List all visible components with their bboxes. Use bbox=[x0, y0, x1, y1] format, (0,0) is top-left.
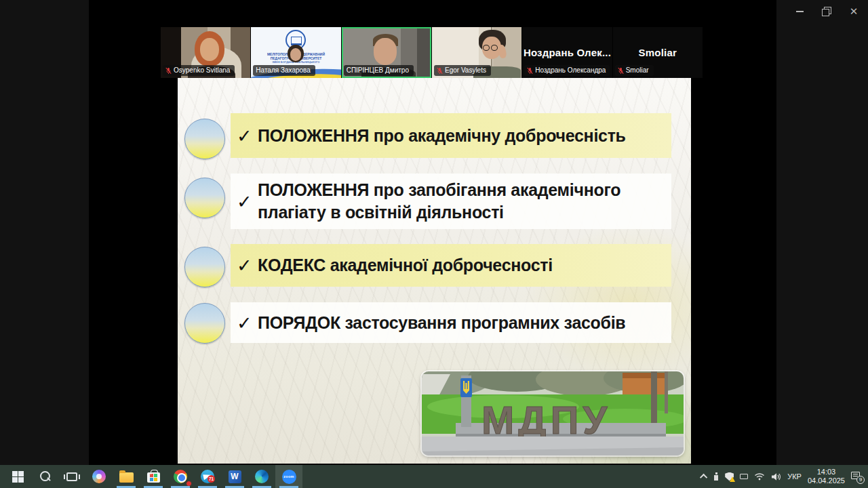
windows-taskbar: 71 W zoom УКР 14:03 04.04.2025 9 bbox=[0, 465, 868, 488]
zoom-icon: zoom bbox=[282, 470, 296, 484]
search-button[interactable] bbox=[31, 465, 58, 488]
restore-icon[interactable] bbox=[821, 5, 833, 18]
language-indicator[interactable]: УКР bbox=[787, 472, 802, 481]
participant-name: Smoliar bbox=[626, 66, 649, 75]
slide-item-text: КОДЕКС академічної доброчесності bbox=[258, 256, 553, 275]
time: 14:03 bbox=[808, 468, 845, 476]
participant-name: Osypenko Svitlana bbox=[174, 66, 230, 75]
participant-tile-osypenko[interactable]: Osypenko Svitlana bbox=[161, 27, 251, 78]
monument-photo-graphic: МДПУ bbox=[422, 371, 684, 455]
copilot-icon bbox=[92, 470, 106, 483]
flag-bullet-icon bbox=[184, 178, 225, 218]
slide-item-2: ✓ ПОЛОЖЕННЯ про запобігання академічного… bbox=[231, 174, 671, 229]
participant-name: Egor Vasylets bbox=[445, 66, 486, 75]
monument-letters: МДПУ bbox=[481, 398, 611, 442]
slide-item-text: ПОЛОЖЕННЯ про академічну доброчесність bbox=[258, 126, 626, 146]
checkmark-icon: ✓ bbox=[231, 312, 258, 333]
participant-tile-vasylets[interactable]: Egor Vasylets bbox=[432, 27, 522, 78]
clock[interactable]: 14:03 04.04.2025 bbox=[808, 468, 845, 485]
person-face bbox=[374, 38, 397, 65]
flag-bullet-icon bbox=[184, 303, 225, 344]
participant-tile-zakharova[interactable]: МЕЛІТОПОЛЬСЬКИЙ ДЕРЖАВНИЙ ПЕДАГОГІЧНИЙ У… bbox=[251, 27, 341, 78]
telegram-badge: 71 bbox=[208, 475, 215, 483]
taskbar-apps: 71 W zoom bbox=[0, 465, 302, 488]
telegram-button[interactable]: 71 bbox=[194, 465, 221, 488]
campus-monument-photo: МДПУ bbox=[422, 371, 684, 455]
participant-name: СПІРІНЦЕВ Дмитро bbox=[347, 66, 409, 75]
edge-button[interactable] bbox=[248, 465, 275, 488]
task-view-icon bbox=[66, 472, 77, 481]
slide-item-1: ✓ ПОЛОЖЕННЯ про академічну доброчесність bbox=[231, 113, 671, 158]
name-badge: СПІРІНЦЕВ Дмитро bbox=[344, 65, 414, 76]
notification-center-button[interactable]: 9 bbox=[851, 472, 863, 482]
muted-mic-icon bbox=[618, 67, 624, 75]
file-explorer-button[interactable] bbox=[113, 465, 140, 488]
shared-presentation-slide: ✓ ПОЛОЖЕННЯ про академічну доброчесність… bbox=[178, 78, 691, 464]
participant-name: Наталя Захарова bbox=[256, 66, 311, 75]
chrome-icon bbox=[174, 470, 187, 483]
start-button[interactable] bbox=[4, 465, 31, 488]
search-icon bbox=[39, 470, 51, 483]
checkmark-icon: ✓ bbox=[231, 125, 258, 146]
participant-tile-spirintsev-active-speaker[interactable]: СПІРІНЦЕВ Дмитро bbox=[342, 27, 432, 78]
slide-item-4: ✓ ПОРЯДОК застосування програмних засобі… bbox=[231, 302, 671, 343]
windows-logo-icon bbox=[12, 471, 24, 483]
zoom-button[interactable]: zoom bbox=[275, 465, 302, 488]
slide-item-3: ✓ КОДЕКС академічної доброчесності bbox=[231, 244, 671, 287]
checkmark-icon: ✓ bbox=[231, 255, 258, 276]
edge-icon bbox=[255, 470, 269, 483]
chrome-button[interactable] bbox=[167, 465, 194, 488]
copilot-button[interactable] bbox=[85, 465, 113, 488]
notification-count-badge: 9 bbox=[856, 476, 865, 484]
muted-mic-icon bbox=[437, 67, 443, 75]
name-badge: Наталя Захарова bbox=[253, 65, 315, 76]
task-view-button[interactable] bbox=[58, 465, 85, 488]
folder-icon bbox=[119, 472, 134, 483]
person-face bbox=[290, 48, 301, 61]
person-face bbox=[200, 38, 219, 61]
volume-icon[interactable] bbox=[771, 472, 781, 481]
muted-mic-icon bbox=[527, 67, 533, 75]
chrome-notification-dot bbox=[186, 481, 192, 487]
participant-tile-smoliar[interactable]: Smoliar Smoliar bbox=[613, 27, 703, 78]
muted-mic-icon bbox=[165, 67, 172, 75]
hardware-device-icon[interactable] bbox=[740, 474, 748, 479]
date: 04.04.2025 bbox=[808, 476, 845, 485]
tray-expand-chevron-icon[interactable] bbox=[700, 474, 707, 481]
window-controls: ✕ bbox=[793, 5, 860, 18]
slide-item-text: ПОРЯДОК застосування програмних засобів bbox=[258, 313, 625, 333]
name-badge: Ноздрань Олександра bbox=[524, 65, 610, 76]
word-icon: W bbox=[229, 470, 241, 483]
desktop-screen: ✕ Osypenko Svitlana МЕЛІТОПОЛЬСЬКИЙ ДЕРЖ… bbox=[0, 0, 868, 488]
participant-name: Ноздрань Олександра bbox=[535, 66, 606, 75]
flag-bullet-icon bbox=[184, 247, 225, 287]
checkmark-icon: ✓ bbox=[231, 191, 258, 212]
minimize-icon[interactable] bbox=[793, 5, 806, 18]
word-button[interactable]: W bbox=[221, 465, 248, 488]
store-bag-icon bbox=[147, 472, 160, 483]
name-badge: Osypenko Svitlana bbox=[163, 65, 235, 76]
slide-item-text: ПОЛОЖЕННЯ про запобігання академічного п… bbox=[258, 180, 620, 222]
flag-bullet-icon bbox=[184, 119, 225, 159]
participant-tile-nozdran[interactable]: Ноздрань Олек... Ноздрань Олександра bbox=[522, 27, 612, 78]
usb-device-icon[interactable] bbox=[713, 472, 719, 481]
participants-strip: Osypenko Svitlana МЕЛІТОПОЛЬСЬКИЙ ДЕРЖАВ… bbox=[161, 27, 703, 78]
system-tray: УКР 14:03 04.04.2025 9 bbox=[702, 465, 868, 488]
microsoft-store-button[interactable] bbox=[140, 465, 167, 488]
telegram-icon: 71 bbox=[201, 470, 214, 483]
name-badge: Egor Vasylets bbox=[434, 65, 491, 76]
security-shield-warning-icon[interactable] bbox=[725, 472, 734, 481]
name-badge: Smoliar bbox=[615, 65, 654, 76]
person-hand bbox=[497, 44, 507, 59]
wifi-icon[interactable] bbox=[754, 472, 765, 481]
close-icon[interactable]: ✕ bbox=[848, 5, 860, 18]
